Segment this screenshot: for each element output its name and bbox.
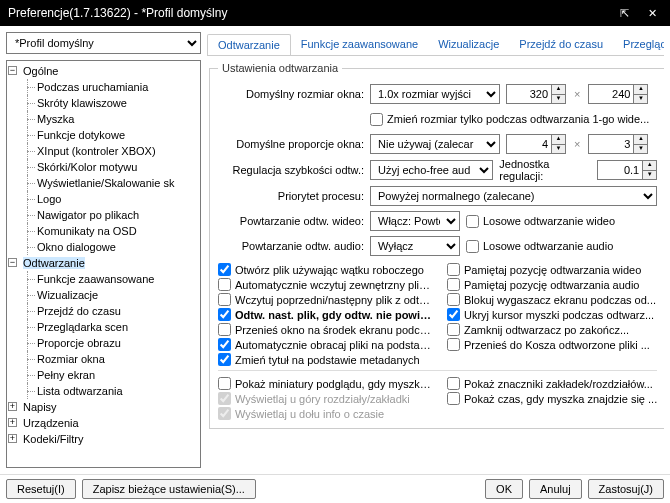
pin-icon[interactable]: ⇱ [614, 7, 634, 20]
tree-item[interactable]: Funkcje dotykowe [37, 129, 125, 141]
save-settings-button[interactable]: Zapisz bieżące ustawienia(S)... [82, 479, 256, 499]
tree-item[interactable]: Skróty klawiszowe [37, 97, 127, 109]
tree-toggle[interactable]: + [8, 418, 17, 427]
cancel-button[interactable]: Anuluj [529, 479, 582, 499]
tree-item[interactable]: Wyświetlanie/Skalowanie sk [37, 177, 174, 189]
tree-pane[interactable]: −Ogólne Podczas uruchamiania Skróty klaw… [6, 60, 201, 468]
chk[interactable]: Otwórz plik używając wątku roboczego [218, 263, 435, 276]
tree-item[interactable]: Funkcje zaawansowane [37, 273, 154, 285]
speed-unit[interactable]: ▲▼ [597, 160, 657, 180]
default-size-select[interactable]: 1.0x rozmiar wyjści [370, 84, 500, 104]
chk[interactable]: Blokuj wygaszacz ekranu podczas od... [447, 293, 657, 306]
chk-resize-first[interactable]: Zmień rozmiar tylko podczas odtwarzania … [370, 113, 649, 126]
tree-item[interactable]: Myszka [37, 113, 74, 125]
tree-item[interactable]: Rozmiar okna [37, 353, 105, 365]
chk[interactable]: Ukryj kursor myszki podczas odtwarz... [447, 308, 657, 321]
chk: Wyświetlaj u góry rozdziały/zakładki [218, 392, 435, 405]
chk: Wyświetlaj u dołu info o czasie [218, 407, 435, 420]
tree-item[interactable]: Proporcje obrazu [37, 337, 121, 349]
chk[interactable]: Zamknij odtwarzacz po zakończ... [447, 323, 657, 336]
priority-select[interactable]: Powyżej normalnego (zalecane) [370, 186, 657, 206]
tree-devices[interactable]: Urządzenia [23, 417, 79, 429]
reset-button[interactable]: Resetuj(I) [6, 479, 76, 499]
repeat-audio-select[interactable]: Wyłącz [370, 236, 460, 256]
tab-advanced[interactable]: Funkcje zaawansowane [291, 34, 428, 54]
label: Regulacja szybkości odtw.: [218, 164, 364, 176]
tree-item[interactable]: Okno dialogowe [37, 241, 116, 253]
tree-item[interactable]: Wizualizacje [37, 289, 98, 301]
height-spinner[interactable]: ▲▼ [588, 84, 648, 104]
tree-item[interactable]: Pełny ekran [37, 369, 95, 381]
tree-playback[interactable]: Odtwarzanie [23, 257, 85, 269]
chk[interactable]: Odtw. nast. plik, gdy odtw. nie powiod..… [218, 308, 435, 321]
tree-item[interactable]: Przejdź do czasu [37, 305, 121, 317]
tree-item[interactable]: Logo [37, 193, 61, 205]
tree-item[interactable]: Lista odtwarzania [37, 385, 123, 397]
width-spinner[interactable]: ▲▼ [506, 84, 566, 104]
chk[interactable]: Przenieś do Kosza odtworzone pliki ... [447, 338, 657, 351]
tab-playback[interactable]: Odtwarzanie [207, 34, 291, 56]
speed-select[interactable]: Użyj echo-free aud [370, 160, 493, 180]
tab-visualizations[interactable]: Wizualizacje [428, 34, 509, 54]
tree-subtitles[interactable]: Napisy [23, 401, 57, 413]
tree-codecs[interactable]: Kodeki/Filtry [23, 433, 84, 445]
chk[interactable]: Pokaż miniatury podglądu, gdy myszka ... [218, 377, 435, 390]
window-title: Preferencje(1.7.13622) - *Profil domyśln… [8, 6, 614, 20]
ok-button[interactable]: OK [485, 479, 523, 499]
repeat-video-select[interactable]: Włącz: Powtór [370, 211, 460, 231]
chk[interactable]: Przenieś okno na środek ekranu podczas..… [218, 323, 435, 336]
tree-toggle[interactable]: − [8, 258, 17, 267]
tree-item[interactable]: Nawigator po plikach [37, 209, 139, 221]
tree-item[interactable]: Skórki/Kolor motywu [37, 161, 137, 173]
chk-random-audio[interactable]: Losowe odtwarzanie audio [466, 240, 613, 253]
label: Domyślne proporcje okna: [218, 138, 364, 150]
tree-toggle[interactable]: + [8, 434, 17, 443]
label: Priorytet procesu: [218, 190, 364, 202]
chk[interactable]: Pamiętaj pozycję odtwarzania audio [447, 278, 657, 291]
label: Powtarzanie odtw. wideo: [218, 215, 364, 227]
tab-goto[interactable]: Przejdź do czasu [509, 34, 613, 54]
group-legend: Ustawienia odtwarzania [218, 62, 342, 74]
chk[interactable]: Pokaż znaczniki zakładek/rozdziałów... [447, 377, 657, 390]
chk[interactable]: Zmień tytuł na podstawie metadanych [218, 353, 435, 366]
chk[interactable]: Automatycznie obracaj pliki na podstawi.… [218, 338, 435, 351]
apply-button[interactable]: Zastosuj(J) [588, 479, 664, 499]
tree-item[interactable]: Komunikaty na OSD [37, 225, 137, 237]
close-icon[interactable]: ✕ [642, 7, 662, 20]
settings-pane: Ustawienia odtwarzania Domyślny rozmiar … [207, 60, 664, 468]
tree-item[interactable]: XInput (kontroler XBOX) [37, 145, 156, 157]
chk[interactable]: Pokaż czas, gdy myszka znajdzie się ... [447, 392, 657, 405]
label: Powtarzanie odtw. audio: [218, 240, 364, 252]
aspect-select[interactable]: Nie używaj (zalecar [370, 134, 500, 154]
tabs: Odtwarzanie Funkcje zaawansowane Wizuali… [207, 32, 664, 56]
tree-general[interactable]: Ogólne [23, 65, 58, 77]
tree-toggle[interactable]: − [8, 66, 17, 75]
tab-browse[interactable]: Przegląd [613, 34, 664, 54]
tree-item[interactable]: Przeglądarka scen [37, 321, 128, 333]
label: Jednostka regulacji: [499, 158, 591, 182]
tree-toggle[interactable]: + [8, 402, 17, 411]
chk[interactable]: Automatycznie wczytuj zewnętrzny plik ..… [218, 278, 435, 291]
chk[interactable]: Pamiętaj pozycję odtwarzania wideo [447, 263, 657, 276]
aspect-h[interactable]: ▲▼ [588, 134, 648, 154]
aspect-w[interactable]: ▲▼ [506, 134, 566, 154]
chk[interactable]: Wczytuj poprzedni/następny plik z odtw..… [218, 293, 435, 306]
tree-item[interactable]: Podczas uruchamiania [37, 81, 148, 93]
chk-random-video[interactable]: Losowe odtwarzanie wideo [466, 215, 615, 228]
profile-select[interactable]: *Profil domyślny [6, 32, 201, 54]
label: Domyślny rozmiar okna: [218, 88, 364, 100]
